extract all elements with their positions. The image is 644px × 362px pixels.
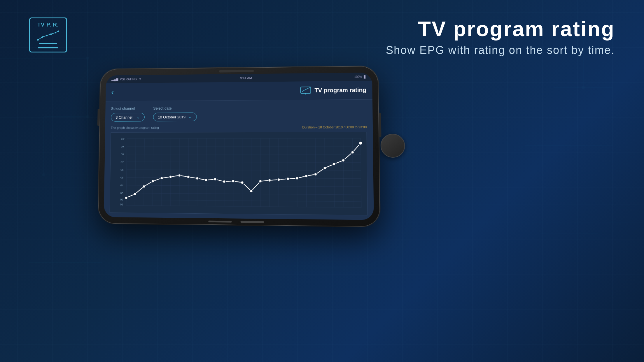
signal-icon: ▂▄▆ [111, 78, 118, 81]
app-logo-icon [300, 87, 311, 95]
svg-text:07: 07 [121, 160, 124, 164]
svg-point-81 [143, 185, 146, 188]
svg-point-102 [332, 163, 335, 166]
svg-point-26 [50, 33, 52, 35]
svg-point-97 [286, 177, 289, 180]
logo-stand [39, 43, 57, 45]
svg-point-92 [241, 181, 244, 184]
status-time: 9:41 AM [240, 76, 252, 80]
status-left: ▂▄▆ PSI RATING ⊙ [111, 77, 141, 81]
svg-point-100 [314, 173, 317, 176]
svg-line-69 [279, 138, 279, 207]
svg-point-79 [125, 196, 128, 199]
home-button[interactable] [380, 134, 405, 158]
battery-icon: ▊ [364, 75, 366, 78]
svg-line-62 [215, 138, 215, 206]
svg-text:02: 02 [120, 198, 123, 201]
graph-info-row: The graph shows tv program rating Durati… [111, 125, 367, 129]
svg-text:05: 05 [120, 176, 124, 179]
logo-area: TV P. R. [29, 17, 67, 52]
channel-selector-group: Select channel 3 Channel ⌄ [111, 106, 145, 122]
svg-point-82 [151, 180, 154, 183]
svg-line-70 [288, 138, 288, 207]
svg-point-80 [134, 193, 136, 196]
svg-line-74 [325, 138, 325, 207]
svg-point-15 [86, 115, 89, 118]
svg-point-104 [351, 151, 354, 154]
svg-point-96 [277, 178, 280, 181]
status-right: 100% ▊ [354, 75, 366, 78]
svg-line-63 [224, 138, 224, 206]
logo-box: TV P. R. [29, 17, 67, 52]
svg-text:08: 08 [121, 152, 124, 156]
svg-text:09: 09 [121, 145, 124, 148]
header-right: TV program rating [300, 86, 367, 95]
app-title: TV program rating [314, 87, 366, 94]
svg-line-60 [197, 138, 197, 206]
volume-button [97, 109, 100, 126]
phone-screen: ▂▄▆ PSI RATING ⊙ 9:41 AM 100% ▊ ‹ [104, 73, 374, 220]
svg-line-71 [297, 138, 297, 207]
svg-text:04: 04 [120, 184, 124, 187]
chart-svg: 10' 09 08 07 06 05 04 03 02 01 [120, 135, 364, 209]
svg-line-76 [343, 138, 344, 207]
svg-point-16 [42, 173, 45, 176]
graph-description: The graph shows tv program rating [111, 126, 159, 129]
date-selector-group: Select date 10 October 2019 ⌄ [153, 106, 197, 121]
back-button[interactable]: ‹ [111, 88, 114, 97]
channel-dropdown[interactable]: 3 Channel ⌄ [111, 113, 145, 122]
svg-point-18 [582, 86, 585, 89]
svg-line-56 [161, 138, 162, 206]
channel-value: 3 Channel [116, 115, 134, 120]
svg-point-103 [342, 159, 345, 162]
svg-point-23 [37, 39, 39, 41]
chart-container: 10' 09 08 07 06 05 04 03 02 01 [110, 132, 368, 215]
svg-line-61 [206, 138, 206, 206]
svg-line-52 [126, 138, 127, 205]
date-dropdown[interactable]: 10 October 2019 ⌄ [153, 113, 197, 121]
svg-point-105 [359, 141, 362, 145]
svg-point-28 [58, 30, 59, 32]
svg-text:06: 06 [120, 168, 124, 171]
svg-point-86 [187, 175, 190, 178]
svg-point-87 [196, 177, 199, 180]
svg-line-58 [179, 138, 180, 206]
svg-point-24 [42, 36, 43, 38]
svg-line-72 [306, 138, 306, 207]
date-value: 10 October 2019 [158, 115, 186, 119]
svg-point-85 [178, 174, 181, 177]
selectors-row: Select channel 3 Channel ⌄ Select date 1… [111, 105, 367, 122]
svg-line-54 [144, 138, 145, 205]
bottom-dot-2 [241, 221, 264, 223]
svg-line-42 [127, 138, 360, 138]
phone-outer: ▂▄▆ PSI RATING ⊙ 9:41 AM 100% ▊ ‹ [98, 66, 380, 227]
svg-point-98 [296, 177, 299, 180]
graph-duration: Duration – 10 October 2019 / 00:00 to 23… [302, 125, 367, 129]
svg-text:03: 03 [120, 191, 123, 195]
carrier-text: PSI RATING [120, 77, 137, 81]
battery-text: 100% [354, 75, 362, 78]
svg-text:10': 10' [121, 137, 125, 140]
phone-container: ▂▄▆ PSI RATING ⊙ 9:41 AM 100% ▊ ‹ [98, 66, 380, 227]
date-label: Select date [153, 106, 197, 110]
svg-line-55 [153, 138, 153, 205]
bottom-bar [208, 221, 264, 223]
app-content: Select channel 3 Channel ⌄ Select date 1… [104, 100, 374, 220]
svg-point-94 [259, 180, 262, 183]
channel-chevron-icon: ⌄ [136, 115, 140, 120]
svg-point-83 [160, 177, 163, 180]
svg-point-25 [46, 35, 48, 36]
svg-point-91 [232, 180, 235, 182]
svg-text:01: 01 [120, 203, 123, 206]
svg-line-59 [188, 138, 189, 206]
svg-point-88 [205, 179, 208, 182]
svg-point-90 [223, 180, 226, 183]
svg-point-14 [86, 57, 89, 60]
svg-point-27 [55, 32, 56, 33]
svg-point-84 [169, 175, 172, 178]
svg-point-93 [250, 190, 253, 193]
channel-label: Select channel [111, 106, 145, 111]
speaker-bar [219, 70, 254, 72]
logo-text: TV P. R. [37, 22, 59, 28]
heading-title: TV program rating [386, 17, 615, 41]
